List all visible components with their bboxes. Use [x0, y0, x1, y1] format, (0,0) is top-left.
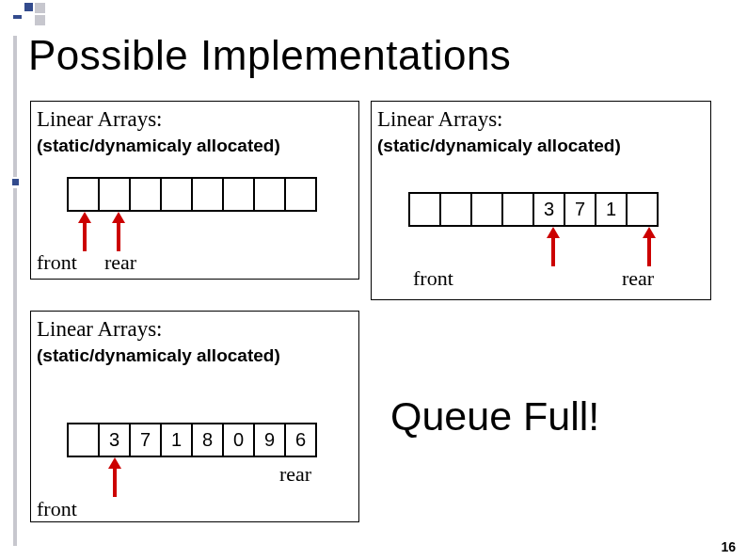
array-cell: [503, 194, 534, 225]
array-cell: [100, 179, 131, 210]
slide-title: Possible Implementations: [28, 32, 511, 79]
front-label: front: [37, 497, 77, 521]
array-cell: 9: [255, 424, 286, 456]
rear-arrow-icon: [643, 227, 656, 238]
rear-label: rear: [622, 266, 654, 291]
panel-empty-queue: Linear Arrays: (static/dynamicaly alloca…: [30, 101, 359, 280]
array-cell: 8: [193, 424, 224, 456]
decoration-top: [0, 0, 56, 34]
array-cell: 1: [596, 194, 628, 225]
array-cell: [286, 179, 317, 210]
array-cell: [410, 194, 441, 225]
front-label: front: [37, 250, 77, 275]
front-arrow-icon: [108, 457, 121, 469]
array-cell: 3: [100, 424, 131, 456]
rear-arrow-icon: [112, 212, 125, 223]
array-cell: [255, 179, 286, 210]
array-cell: [162, 179, 193, 210]
array-cell: 0: [224, 424, 255, 456]
panel-full-queue: Linear Arrays: (static/dynamicaly alloca…: [30, 311, 359, 522]
panel-heading: Linear Arrays:: [31, 312, 358, 344]
array-cell: 6: [286, 424, 317, 456]
panel-heading: Linear Arrays:: [31, 102, 358, 134]
rear-label: rear: [279, 462, 311, 487]
decoration-side: [0, 36, 21, 544]
front-label: front: [413, 266, 453, 291]
array-cell: [628, 194, 659, 225]
panel-subheading: (static/dynamicaly allocated): [31, 134, 358, 156]
panel-partial-queue: Linear Arrays: (static/dynamicaly alloca…: [371, 101, 711, 300]
front-arrow-icon: [547, 227, 560, 238]
panel-subheading: (static/dynamicaly allocated): [372, 134, 710, 156]
queue-full-text: Queue Full!: [390, 393, 599, 440]
array-cell: [69, 424, 100, 456]
array-cell: [441, 194, 472, 225]
array-cell: 7: [131, 424, 162, 456]
array-cell: [224, 179, 255, 210]
array-cell: 3: [534, 194, 565, 225]
array-cell: [69, 179, 100, 210]
array-cell: [193, 179, 224, 210]
array-cell: [472, 194, 503, 225]
rear-label: rear: [104, 250, 136, 275]
panel-subheading: (static/dynamicaly allocated): [31, 344, 358, 366]
array-cell: 7: [565, 194, 596, 225]
slide-number: 16: [721, 539, 736, 554]
array-cell: 1: [162, 424, 193, 456]
panel-heading: Linear Arrays:: [372, 102, 710, 134]
front-arrow-icon: [78, 212, 91, 223]
array-cell: [131, 179, 162, 210]
